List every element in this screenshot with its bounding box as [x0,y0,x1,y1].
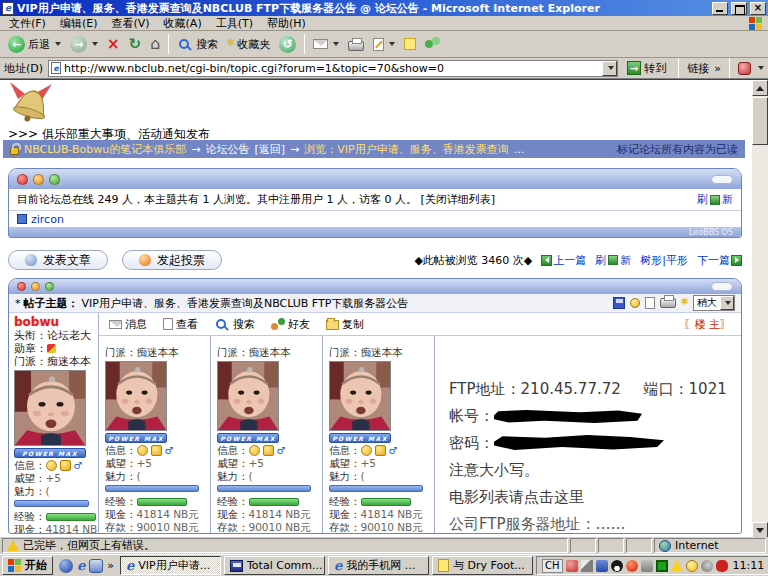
face-icon[interactable] [263,445,274,456]
messenger-button[interactable] [421,36,444,52]
tray-icon-antivirus[interactable] [656,560,668,572]
vertical-scrollbar[interactable] [752,80,768,537]
close-detail-link[interactable]: [关闭详细列表] [420,192,495,207]
smiley-icon[interactable] [46,460,57,471]
stop-button[interactable]: × [103,36,124,53]
save-icon[interactable] [613,297,625,309]
address-input[interactable] [64,61,599,75]
select-dropdown-button[interactable] [720,296,734,310]
taskbar-window-ie[interactable]: e VIP用户申请... [120,556,221,575]
view-profile-button[interactable]: 查看 [163,317,198,332]
discuss-button[interactable] [400,37,420,51]
edit-button[interactable] [369,37,399,52]
favorites-button[interactable]: *收藏夹 [223,36,274,53]
home-button[interactable]: ⌂ [146,35,164,53]
tray-icon[interactable] [686,560,698,572]
total-commander-icon [230,560,243,572]
tree-flat-toggle-link[interactable]: 树形|平形 [640,253,688,268]
add-friend-button[interactable]: 好友 [271,317,310,332]
tray-icon[interactable] [596,560,608,572]
extension-icon[interactable] [738,62,751,75]
menu-file[interactable]: 文件(F) [2,16,53,31]
quick-launch-chevron[interactable]: » [107,559,114,572]
scroll-down-button[interactable] [752,522,768,537]
address-bar: 地址(D) e → 转到 链接 » [0,58,768,79]
font-size-select[interactable]: 稍大 [693,295,735,311]
tray-icon[interactable] [566,560,578,572]
quick-launch-icon[interactable] [59,559,73,573]
minimize-button[interactable] [712,2,728,15]
input-language-indicator[interactable]: CH [542,559,563,573]
tray-icon-qq[interactable] [611,560,623,572]
menu-help[interactable]: 帮助(H) [260,16,313,31]
next-topic-link[interactable]: 下一篇 [697,253,742,268]
back-button[interactable]: ← 后退 [4,35,65,54]
script-error-warning-icon[interactable] [7,540,19,551]
tray-icon[interactable] [581,560,593,572]
tray-icon-warning[interactable] [671,560,683,572]
menu-view[interactable]: 查看(V) [104,16,156,31]
tray-icon[interactable] [626,560,638,572]
new-poll-button[interactable]: 发起投票 [122,250,222,270]
forward-dropdown-icon[interactable] [92,42,98,46]
taskbar-clock[interactable]: 11:11 [733,559,765,572]
refresh-button[interactable]: ↻ [125,36,146,53]
page-view-icon[interactable] [645,297,655,309]
menu-edit[interactable]: 编辑(E) [53,16,105,31]
scrollbar-thumb[interactable] [752,97,768,145]
address-input-box[interactable]: e [48,60,618,77]
ie-quick-launch-icon[interactable]: e [77,559,85,572]
links-chevron[interactable]: » [714,62,721,75]
online-user-link[interactable]: zircon [31,213,64,226]
favorite-topic-icon[interactable]: * [681,296,688,310]
tray-icon[interactable] [701,560,713,572]
collapse-button[interactable] [711,282,733,291]
highlight-icon[interactable] [630,298,640,308]
taskbar-window-ie2[interactable]: e 我的手机网 ... [328,556,429,575]
smiley-icon[interactable] [137,445,148,456]
search-posts-button[interactable]: 搜索 [214,317,255,332]
history-button[interactable]: ↺ [275,35,300,54]
print-topic-icon[interactable] [660,298,676,308]
address-dropdown-button[interactable] [602,61,617,76]
edit-dropdown-icon[interactable] [389,42,395,46]
tray-icon-ati[interactable] [716,560,728,572]
face-icon[interactable] [375,445,386,456]
search-button[interactable]: 搜索 [173,36,222,53]
breadcrumb-back-link[interactable]: [返回] [254,142,285,157]
extension-dropdown-icon[interactable] [758,66,764,70]
go-button[interactable]: → 转到 [623,60,670,77]
collapse-button[interactable] [711,175,733,184]
face-icon[interactable] [60,460,71,471]
breadcrumb-board[interactable]: 论坛公告 [205,142,249,157]
taskbar-window-notepad[interactable]: 与 Dry Foot... [432,556,533,575]
prev-topic-link[interactable]: 上一篇 [541,253,586,268]
face-icon[interactable] [151,445,162,456]
forward-button[interactable]: → [66,35,102,54]
maximize-button[interactable] [731,2,747,15]
scroll-up-button[interactable] [752,80,768,96]
message-button[interactable]: 消息 [109,317,147,332]
mark-all-read-link[interactable]: 标记论坛所有内容为已读 [617,142,738,157]
movie-list-link[interactable]: 电影列表请点击这里 [449,484,735,511]
author-name-link[interactable]: bobwu [14,315,93,329]
menu-favorites[interactable]: 收藏(A) [157,16,209,31]
copy-button[interactable]: 复制 [326,317,364,332]
mail-dropdown-icon[interactable] [333,42,339,46]
close-button[interactable]: × [750,2,766,15]
mail-button[interactable] [309,38,343,50]
back-dropdown-icon[interactable] [55,42,61,46]
quick-launch-icon[interactable] [89,559,103,573]
smiley-icon[interactable] [249,445,260,456]
menu-tools[interactable]: 工具(T) [209,16,260,31]
taskbar-window-total-commander[interactable]: Total Comm... [224,556,325,575]
refresh-topic-link[interactable]: 刷新 [595,253,631,268]
new-post-button[interactable]: 发表文章 [8,250,108,270]
smiley-icon[interactable] [361,445,372,456]
links-label[interactable]: 链接 [687,61,709,76]
start-button[interactable]: 开始 [2,556,53,575]
print-button[interactable] [344,36,368,52]
breadcrumb-club[interactable]: NBCLUB-Bobwu的笔记本俱乐部 [24,142,186,157]
refresh-list-link[interactable]: 刷新 [697,192,733,207]
tray-icon[interactable] [641,560,653,572]
